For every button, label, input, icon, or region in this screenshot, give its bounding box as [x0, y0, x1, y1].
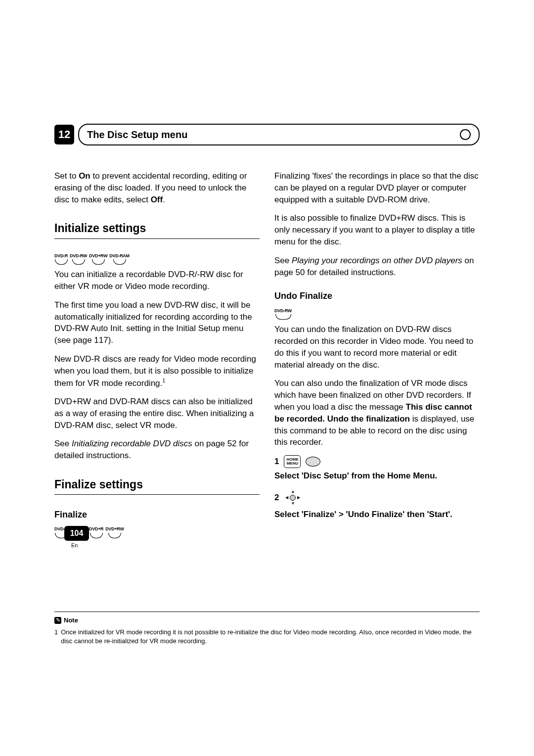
step-2-text: Select 'Finalize' > 'Undo Finalize' then… [274, 509, 480, 520]
body-text: It is also possible to finalize DVD+RW d… [274, 212, 480, 247]
remote-button-icon [306, 457, 320, 467]
intro-paragraph: Set to On to prevent accidental recordin… [54, 170, 260, 205]
body-text: New DVD-R discs are ready for Video mode… [54, 353, 260, 389]
text: . [163, 195, 165, 204]
body-text: You can also undo the finalization of VR… [274, 378, 480, 448]
finalize-heading: Finalize settings [54, 476, 260, 492]
off-label: Off [151, 195, 163, 204]
footnote-separator [54, 612, 480, 612]
right-column: Finalizing 'fixes' the recordings in pla… [274, 170, 480, 542]
disc-type-icons: DVD-R DVD-RW DVD+RW DVD-RAM [54, 253, 260, 262]
disc-icon: DVD-RW [70, 253, 87, 262]
heading-rule [54, 238, 260, 239]
text: See [54, 439, 72, 448]
undo-finalize-heading: Undo Finalize [274, 290, 480, 302]
body-text: See Initializing recordable DVD discs on… [54, 438, 260, 462]
on-label: On [79, 171, 90, 181]
disc-type-icons: DVD-RW [274, 308, 480, 317]
note-label: Note [64, 616, 78, 625]
chapter-title: The Disc Setup menu [87, 129, 187, 140]
disc-icon: DVD-R [54, 253, 68, 262]
step-number: 1 [274, 456, 279, 468]
footnote-number: 1 [54, 628, 58, 646]
body-text: DVD+RW and DVD-RAM discs can also be ini… [54, 396, 260, 431]
left-column: Set to On to prevent accidental recordin… [54, 170, 260, 542]
step-number: 2 [274, 492, 279, 504]
home-menu-button-icon: HOME MENU [284, 455, 301, 468]
body-text: You can undo the finalization on DVD-RW … [274, 324, 480, 371]
finalize-subheading: Finalize [54, 509, 260, 521]
body-text: See Playing your recordings on other DVD… [274, 255, 480, 279]
footnote-text: Once initialized for VR mode recording i… [61, 628, 480, 646]
heading-rule [54, 494, 260, 495]
note-row: ✎ Note [54, 616, 480, 625]
cross-reference: Initializing recordable DVD discs [72, 439, 192, 448]
disc-icon: DVD+R [89, 526, 103, 535]
language-label: En [71, 542, 78, 549]
step-2: 2 ▲ ◀▶ ▼ [274, 489, 480, 507]
dpad-icon: ▲ ◀▶ ▼ [284, 489, 302, 507]
chapter-title-pill: The Disc Setup menu [78, 124, 480, 145]
body-text: You can initialize a recordable DVD-R/-R… [54, 269, 260, 292]
disc-icon: DVD-RW [274, 308, 292, 317]
note-icon: ✎ [54, 617, 61, 624]
body-text: The first time you load a new DVD-RW dis… [54, 299, 260, 346]
footnote-ref: 1 [162, 378, 165, 383]
disc-icon: DVD+RW [89, 253, 107, 262]
text: See [274, 256, 292, 265]
initialize-heading: Initialize settings [54, 220, 260, 236]
body-text: Finalizing 'fixes' the recordings in pla… [274, 170, 480, 205]
step-1-text: Select 'Disc Setup' from the Home Menu. [274, 470, 480, 482]
text: Set to [54, 171, 79, 181]
disc-icon: DVD+RW [105, 526, 124, 535]
cross-reference: Playing your recordings on other DVD pla… [292, 256, 462, 265]
footnote: 1 Once initialized for VR mode recording… [54, 628, 480, 646]
step-1: 1 HOME MENU [274, 455, 480, 468]
chapter-number: 12 [54, 125, 74, 144]
page-number: 104 [64, 526, 89, 541]
text: New DVD-R discs are ready for Video mode… [54, 354, 256, 387]
disc-icon: DVD-RAM [109, 253, 129, 262]
